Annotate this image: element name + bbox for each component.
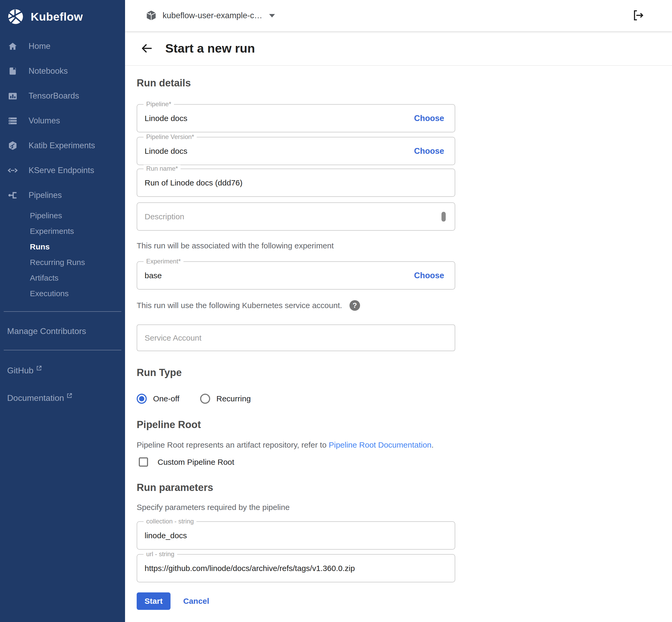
manage-contributors-link[interactable]: Manage Contributors	[0, 322, 125, 340]
sidebar-item-katib-experiments[interactable]: Katib Experiments	[0, 133, 125, 158]
radio-one-off[interactable]: One-off	[137, 394, 179, 404]
experiment-field: Experiment* base Choose	[137, 261, 455, 289]
sidebar-item-label: Volumes	[29, 116, 60, 126]
sidebar-item-label: Home	[29, 41, 51, 51]
help-icon[interactable]: ?	[349, 300, 360, 311]
run-type-options: One-off Recurring	[137, 394, 672, 404]
sidebar: Kubeflow Home Notebooks TensorBoards Vol…	[0, 0, 125, 622]
sidebar-subitem-pipelines[interactable]: Pipelines	[0, 208, 125, 223]
param-collection-label: collection - string	[143, 518, 196, 525]
namespace-cube-icon	[145, 9, 157, 22]
experiment-note: This run will be associated with the fol…	[137, 241, 672, 250]
sidebar-item-label: Runs	[30, 242, 50, 251]
run-details-heading: Run details	[137, 77, 672, 89]
param-url-input[interactable]	[137, 555, 455, 582]
sidebar-item-home[interactable]: Home	[0, 34, 125, 59]
sidebar-nav: Home Notebooks TensorBoards Volumes Kati…	[0, 34, 125, 301]
param-url-field: url - string	[137, 554, 455, 582]
service-account-note-row: This run will use the following Kubernet…	[137, 300, 672, 311]
sidebar-item-kserve-endpoints[interactable]: KServe Endpoints	[0, 158, 125, 183]
namespace-selector[interactable]: kubeflow-user-example-c…	[145, 9, 275, 22]
manage-contributors-label: Manage Contributors	[7, 326, 86, 336]
chevron-down-icon	[269, 14, 275, 18]
sidebar-item-label: Artifacts	[30, 274, 59, 282]
description-resize-handle[interactable]	[441, 212, 446, 221]
documentation-link[interactable]: Documentation	[0, 390, 125, 405]
pipeline-field: Pipeline* Linode docs Choose	[137, 104, 455, 132]
sidebar-item-label: TensorBoards	[29, 91, 79, 101]
sidebar-item-volumes[interactable]: Volumes	[0, 108, 125, 133]
pipeline-version-choose-button[interactable]: Choose	[414, 146, 444, 156]
radio-one-off-label: One-off	[153, 394, 179, 403]
main-content: Run details Pipeline* Linode docs Choose…	[125, 66, 672, 622]
sidebar-divider	[4, 350, 121, 350]
pipeline-version-field: Pipeline Version* Linode docs Choose	[137, 137, 455, 165]
checkbox-unchecked-icon[interactable]	[139, 457, 148, 466]
pipeline-root-doc-link[interactable]: Pipeline Root Documentation	[329, 441, 431, 449]
radio-unselected-icon	[200, 394, 210, 404]
pipeline-field-value: Linode docs	[145, 114, 188, 123]
run-parameters-subtitle: Specify parameters required by the pipel…	[137, 503, 672, 512]
pipeline-root-text-end: .	[431, 441, 434, 449]
sidebar-item-label: Executions	[30, 289, 69, 298]
sidebar-item-pipelines[interactable]: Pipelines	[0, 183, 125, 208]
experiment-choose-button[interactable]: Choose	[414, 271, 444, 280]
run-name-field-label: Run name*	[143, 165, 180, 172]
service-account-input[interactable]	[137, 325, 455, 351]
brand-name: Kubeflow	[31, 10, 83, 23]
sidebar-subitem-runs[interactable]: Runs	[0, 239, 125, 254]
pipeline-choose-button[interactable]: Choose	[414, 114, 444, 123]
pipeline-root-heading: Pipeline Root	[137, 419, 672, 430]
start-button[interactable]: Start	[137, 592, 170, 610]
run-parameters-heading: Run parameters	[137, 482, 672, 493]
notebooks-icon	[7, 66, 18, 76]
kubeflow-logo[interactable]: Kubeflow	[0, 0, 125, 25]
pipeline-version-field-value: Linode docs	[145, 147, 188, 156]
run-type-heading: Run Type	[137, 367, 672, 378]
sidebar-subitem-executions[interactable]: Executions	[0, 286, 125, 301]
param-collection-field: collection - string	[137, 521, 455, 550]
service-account-note: This run will use the following Kubernet…	[137, 301, 342, 310]
logout-button[interactable]	[632, 8, 645, 22]
github-link[interactable]: GitHub	[0, 363, 125, 378]
cancel-button[interactable]: Cancel	[183, 597, 209, 606]
sidebar-item-label: Recurring Runs	[30, 258, 85, 267]
katib-icon	[7, 140, 18, 151]
custom-pipeline-root-checkbox-row[interactable]: Custom Pipeline Root	[137, 457, 672, 466]
external-link-icon	[36, 365, 42, 371]
radio-selected-icon	[137, 394, 147, 404]
external-link-icon	[67, 393, 72, 399]
form-actions: Start Cancel	[137, 592, 672, 610]
pipeline-root-description: Pipeline Root represents an artifact rep…	[137, 441, 672, 449]
description-field	[137, 202, 455, 231]
experiment-field-value: base	[145, 271, 162, 280]
sidebar-item-label: Experiments	[30, 227, 74, 236]
topbar: kubeflow-user-example-c…	[125, 0, 672, 31]
sidebar-subitem-artifacts[interactable]: Artifacts	[0, 270, 125, 286]
sidebar-subitem-recurring-runs[interactable]: Recurring Runs	[0, 254, 125, 270]
param-url-label: url - string	[143, 550, 177, 558]
sidebar-item-label: Pipelines	[30, 211, 62, 220]
sidebar-subitem-experiments[interactable]: Experiments	[0, 223, 125, 239]
sidebar-item-notebooks[interactable]: Notebooks	[0, 59, 125, 83]
pipeline-version-field-label: Pipeline Version*	[143, 133, 197, 141]
sidebar-item-label: Pipelines	[29, 191, 62, 200]
param-collection-input[interactable]	[137, 522, 455, 549]
sidebar-item-tensorboards[interactable]: TensorBoards	[0, 83, 125, 108]
documentation-label: Documentation	[7, 393, 64, 403]
namespace-label: kubeflow-user-example-c…	[163, 11, 262, 20]
description-input[interactable]	[137, 203, 455, 230]
experiment-field-label: Experiment*	[143, 257, 183, 265]
service-account-field	[137, 324, 455, 351]
github-label: GitHub	[7, 366, 34, 376]
run-name-input[interactable]	[137, 169, 455, 196]
radio-recurring[interactable]: Recurring	[200, 394, 251, 404]
page-header: Start a new run	[125, 31, 672, 66]
pipelines-icon	[7, 190, 18, 201]
home-icon	[7, 41, 18, 51]
run-name-field: Run name*	[137, 169, 455, 197]
sidebar-divider	[4, 311, 121, 312]
back-button[interactable]	[140, 41, 154, 55]
sidebar-item-label: KServe Endpoints	[29, 166, 94, 175]
pipeline-field-label: Pipeline*	[143, 100, 174, 108]
